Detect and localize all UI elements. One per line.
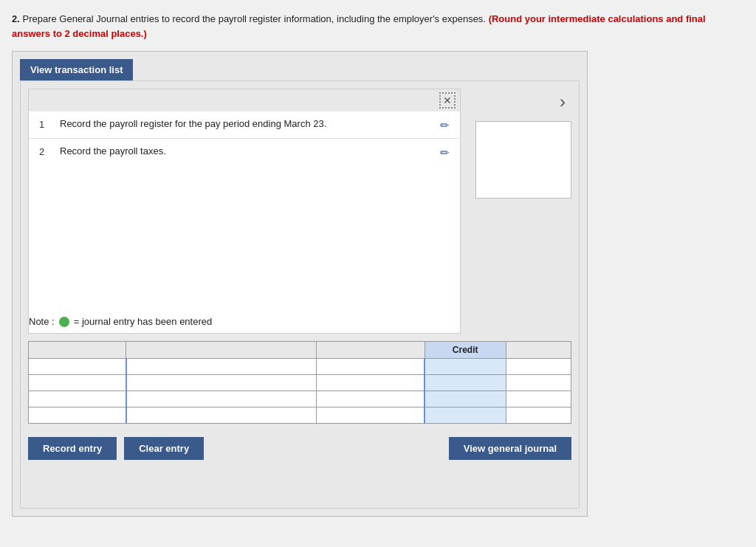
note-area: Note : = journal entry has been entered (29, 310, 460, 333)
transaction-row: 2 Record the payroll taxes. ✏ (29, 139, 460, 165)
cell (316, 359, 425, 375)
cell (506, 359, 571, 375)
cell (316, 391, 425, 407)
col-header-credit: Credit (425, 342, 506, 359)
cell (126, 359, 316, 375)
cell (425, 407, 506, 424)
top-btn-row: View transaction list (20, 59, 580, 80)
transaction-row: 1 Record the payroll register for the pa… (29, 111, 460, 139)
col-header-5 (506, 342, 571, 359)
close-icon[interactable]: ✕ (439, 92, 456, 109)
cell (506, 407, 571, 424)
cell (425, 391, 506, 407)
table-row (29, 391, 571, 407)
cell (29, 407, 126, 424)
cell (506, 375, 571, 391)
cell (506, 391, 571, 407)
transaction-list-box: ✕ 1 Record the payroll register for the … (28, 89, 461, 334)
main-wrapper: View transaction list ✕ 1 Record the pay… (12, 51, 588, 517)
col-header-3 (316, 342, 425, 359)
row-description-2: Record the payroll taxes. (60, 145, 433, 158)
cell (29, 359, 126, 375)
journal-table-section: Credit (28, 341, 571, 424)
col-header-2 (126, 342, 316, 359)
instructions-block: 2. Prepare General Journal entries to re… (12, 12, 744, 41)
right-white-box (475, 121, 571, 199)
right-panel: › (464, 89, 571, 199)
row-number: 1 (39, 119, 52, 130)
edit-icon-2[interactable]: ✏ (440, 146, 450, 159)
view-transaction-button[interactable]: View transaction list (20, 59, 133, 80)
transaction-rows: 1 Record the payroll register for the pa… (29, 111, 460, 165)
table-row (29, 375, 571, 391)
transaction-header: ✕ (29, 89, 460, 111)
chevron-right-icon[interactable]: › (554, 89, 571, 115)
note-label: Note : (29, 316, 55, 327)
main-box: ✕ 1 Record the payroll register for the … (20, 80, 580, 509)
cell (316, 375, 425, 391)
journal-table: Credit (28, 341, 571, 424)
cell (126, 407, 316, 424)
instruction-text: Prepare General Journal entries to recor… (20, 13, 486, 24)
right-panel-inner: › (464, 89, 571, 199)
clear-entry-button[interactable]: Clear entry (124, 437, 204, 460)
instruction-number: 2. (12, 13, 20, 24)
bottom-buttons: Record entry Clear entry View general jo… (21, 430, 579, 467)
table-body (29, 359, 571, 424)
empty-space (29, 165, 460, 298)
cell (126, 375, 316, 391)
table-row (29, 407, 571, 424)
cell (29, 391, 126, 407)
note-text: = journal entry has been entered (74, 316, 213, 327)
cell (29, 375, 126, 391)
table-row (29, 359, 571, 375)
cell (425, 359, 506, 375)
cell (425, 375, 506, 391)
view-general-journal-button[interactable]: View general journal (449, 437, 571, 460)
row-description: Record the payroll register for the pay … (60, 117, 433, 131)
cell (316, 407, 425, 424)
col-header-1 (29, 342, 126, 359)
green-circle-icon (59, 317, 69, 327)
record-entry-button[interactable]: Record entry (28, 437, 117, 460)
cell (126, 391, 316, 407)
edit-icon-1[interactable]: ✏ (440, 119, 450, 132)
row-number-2: 2 (39, 146, 52, 157)
